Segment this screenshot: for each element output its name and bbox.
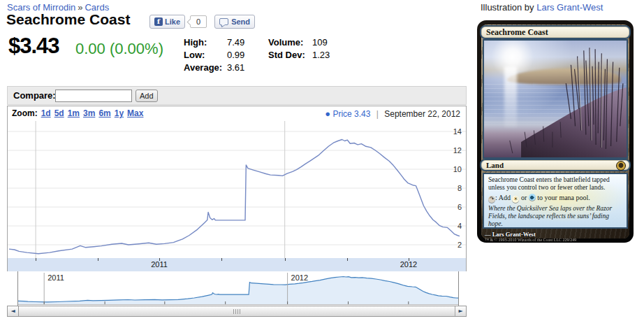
facebook-send-button[interactable]: Send bbox=[214, 15, 255, 29]
scroll-left-button[interactable]: ◄ bbox=[8, 306, 19, 316]
card-image: Seachrome Coast bbox=[477, 20, 634, 243]
x-axis-tick bbox=[285, 258, 286, 261]
card-mana-ability: ↷: Add ☀ or to your mana pool. bbox=[488, 194, 622, 203]
card-type-bar: Land bbox=[480, 159, 631, 171]
stat-label: Volume: bbox=[268, 36, 312, 49]
card-title: Seachrome Coast bbox=[481, 27, 629, 38]
x-axis-year-label: 2011 bbox=[145, 260, 173, 269]
page-title: Seachrome Coast bbox=[6, 11, 130, 28]
stat-value: 0.99 bbox=[227, 50, 244, 60]
y-axis-tick-label: 14 bbox=[453, 127, 462, 136]
legend-date: September 22, 2012 bbox=[384, 109, 460, 119]
y-axis-tick-label: 2 bbox=[458, 241, 462, 249]
card-art bbox=[483, 39, 628, 159]
zoom-label: Zoom: bbox=[12, 108, 38, 118]
stat-low: Low:0.99 bbox=[184, 49, 244, 62]
card-text-box: Seachrome Coast enters the battlefield t… bbox=[483, 173, 628, 229]
set-symbol-icon bbox=[616, 161, 626, 171]
artist-link[interactable]: Lars Grant-West bbox=[536, 2, 603, 13]
card-fine-print: ™ & © 1993-2010 Wizards of the Coast LLC… bbox=[485, 238, 576, 242]
navigator-area-fill bbox=[18, 277, 458, 305]
navigator-year-label: 2012 bbox=[291, 273, 308, 282]
zoom-max[interactable]: Max bbox=[127, 108, 143, 118]
facebook-plugin: f Like 0 Send bbox=[149, 15, 255, 29]
stat-value: 3.61 bbox=[227, 62, 244, 73]
white-mana-icon: ☀ bbox=[512, 196, 519, 203]
price-line bbox=[9, 140, 460, 254]
chart-legend: ● Price 3.43 | September 22, 2012 bbox=[325, 106, 460, 122]
x-axis-band: 20112012 bbox=[8, 258, 466, 271]
y-axis-tick-label: 10 bbox=[453, 165, 462, 173]
current-price: $3.43 bbox=[8, 34, 59, 59]
card-title-bar: Seachrome Coast bbox=[480, 25, 631, 39]
page: Scars of Mirrodin»Cards Seachrome Coast … bbox=[0, 0, 644, 328]
compare-bar: Compare: Add bbox=[7, 86, 467, 105]
chart-scrollbar: ◄ ► bbox=[7, 306, 467, 317]
facebook-like-button[interactable]: f Like bbox=[149, 15, 185, 29]
x-axis-tick bbox=[98, 258, 98, 261]
range-navigator[interactable]: 20112012 bbox=[17, 271, 459, 306]
stat-value: 1.23 bbox=[312, 50, 330, 60]
y-axis-tick-label: 8 bbox=[458, 184, 462, 192]
x-axis-tick bbox=[36, 258, 36, 261]
like-label: Like bbox=[165, 17, 180, 26]
card-artist-line: — Lars Grant-West bbox=[485, 231, 536, 238]
stat-volume: Volume:109 bbox=[268, 36, 330, 49]
zoom-6m[interactable]: 6m bbox=[98, 108, 110, 118]
stats-column-2: Volume:109 Std Dev:1.23 bbox=[268, 36, 330, 62]
stats-column-1: High:7.49 Low:0.99 Average:3.61 bbox=[184, 36, 244, 74]
price-chart: Zoom:1d5d1m3m6m1yMax ● Price 3.43 | Sept… bbox=[7, 106, 467, 271]
mana-text: or bbox=[521, 194, 527, 201]
illustration-caption: Illustration by Lars Grant-West bbox=[481, 2, 603, 13]
stat-label: Low: bbox=[184, 49, 227, 62]
price-line-chart: 1412108642 bbox=[8, 121, 466, 258]
x-axis-tick bbox=[221, 258, 222, 261]
send-label: Send bbox=[231, 17, 250, 26]
thumb-grip-icon bbox=[233, 309, 241, 314]
like-count: 0 bbox=[190, 15, 207, 28]
card-rules-text: Seachrome Coast enters the battlefield t… bbox=[488, 176, 622, 192]
zoom-1d[interactable]: 1d bbox=[41, 108, 51, 118]
stat-value: 7.49 bbox=[227, 37, 244, 48]
y-axis-tick-label: 12 bbox=[453, 146, 462, 155]
scrollbar-thumb[interactable] bbox=[18, 306, 455, 316]
speech-bubble-icon bbox=[219, 18, 228, 25]
legend-separator: | bbox=[376, 109, 379, 119]
navigator-area-chart: 20112012 bbox=[18, 271, 458, 306]
chart-plot-area[interactable]: 1412108642 bbox=[8, 121, 466, 258]
tap-symbol-icon: ↷ bbox=[488, 196, 495, 203]
x-axis-tick bbox=[347, 258, 348, 261]
compare-add-button[interactable]: Add bbox=[136, 90, 158, 102]
scroll-right-button[interactable]: ► bbox=[455, 306, 466, 316]
stat-high: High:7.49 bbox=[184, 36, 244, 49]
zoom-5d[interactable]: 5d bbox=[54, 108, 64, 118]
zoom-3m[interactable]: 3m bbox=[83, 108, 95, 118]
compare-label: Compare: bbox=[13, 90, 56, 101]
stat-stddev: Std Dev:1.23 bbox=[268, 49, 330, 62]
blue-mana-icon bbox=[529, 194, 536, 201]
zoom-1y[interactable]: 1y bbox=[115, 108, 124, 118]
compare-input[interactable] bbox=[55, 90, 132, 102]
price-change: 0.00 (0.00%) bbox=[75, 40, 163, 58]
mana-text: to your mana pool. bbox=[537, 194, 590, 201]
zoom-1m[interactable]: 1m bbox=[68, 108, 80, 118]
card-type-line: Land bbox=[481, 160, 629, 170]
art-grass bbox=[484, 41, 627, 159]
legend-series: Price 3.43 bbox=[332, 109, 370, 119]
legend-series-name: Price bbox=[332, 109, 351, 119]
card-flavor-text: Where the Quicksilver Sea laps over the … bbox=[488, 205, 622, 228]
x-axis-year-label: 2012 bbox=[395, 260, 423, 269]
mana-text: : Add bbox=[495, 194, 511, 201]
navigator-year-label: 2011 bbox=[47, 273, 64, 282]
stat-label: Average: bbox=[184, 62, 227, 74]
legend-series-value: 3.43 bbox=[354, 109, 370, 119]
y-axis-tick-label: 6 bbox=[458, 203, 462, 211]
stat-value: 109 bbox=[312, 37, 328, 48]
stat-label: High: bbox=[184, 36, 227, 49]
y-axis-tick-label: 4 bbox=[458, 222, 462, 230]
zoom-controls: Zoom:1d5d1m3m6m1yMax ● Price 3.43 | Sept… bbox=[8, 106, 466, 121]
series-dot-icon: ● bbox=[325, 108, 330, 119]
illustration-prefix: Illustration by bbox=[481, 2, 534, 13]
stat-label: Std Dev: bbox=[268, 49, 312, 62]
stat-average: Average:3.61 bbox=[184, 62, 244, 74]
